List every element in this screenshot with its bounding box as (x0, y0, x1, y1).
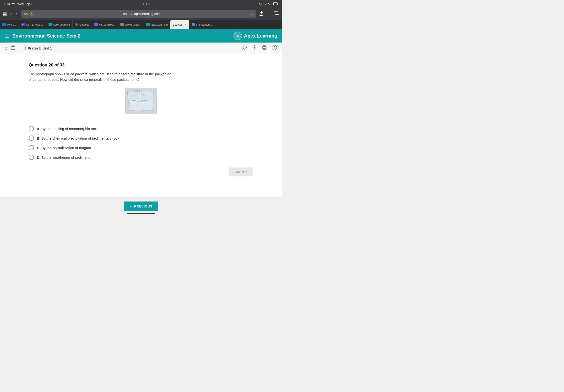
toolbar-nav: ↑ Pretest: Unit 1 (24, 46, 52, 50)
hamburger-menu[interactable]: ☰ (5, 33, 9, 39)
tab-label: Apex Learning (53, 23, 70, 26)
svg-text:SILICA: SILICA (142, 94, 147, 96)
dot-1 (143, 3, 144, 4)
radio-d[interactable] (29, 155, 34, 160)
dot-2 (146, 3, 147, 4)
svg-rect-16 (129, 102, 141, 111)
svg-text:GEL: GEL (141, 97, 144, 98)
svg-point-9 (254, 45, 255, 46)
lock-icon: 🔒 (30, 12, 33, 15)
status-dots (143, 3, 150, 4)
add-tab-icon[interactable]: + (267, 11, 271, 17)
option-c[interactable]: C. By the crystallization of magma (29, 145, 253, 150)
tab-label: You've alrea... (99, 23, 115, 26)
forward-button[interactable]: › (15, 11, 18, 17)
nav-up-arrow: ↑ (24, 46, 26, 50)
previous-button[interactable]: ← PREVIOUS (124, 201, 158, 211)
svg-rect-2 (277, 3, 278, 4)
browser-tabs: My Fa... BI Gen Z: Major... Apex Learnin… (0, 20, 282, 29)
answer-options: A. By the melting of metamorphic rock B.… (29, 126, 253, 160)
sidebar-toggle-button[interactable]: ▦ (3, 11, 7, 16)
option-b-label: B. By the chemical precipitation of sedi… (37, 136, 119, 140)
question-image: DO NOT EAT SILICA GEL (29, 88, 253, 114)
submit-row: SUBMIT (29, 168, 253, 176)
app-header: ☰ Environmental Science Sem 2 A Apex Lea… (0, 29, 282, 42)
text-size-control[interactable]: AA (24, 12, 28, 16)
svg-rect-1 (273, 3, 274, 5)
home-icon[interactable]: ⌂ (5, 45, 8, 51)
tab-ingov[interactable]: www.in.gov/... (118, 20, 144, 29)
question-text: The photograph shows silica packets, whi… (29, 71, 172, 82)
radio-b[interactable] (29, 136, 34, 141)
tab-favicon (94, 23, 98, 26)
tabs-icon[interactable] (274, 11, 279, 17)
question-number: Question 26 of 33 (29, 63, 253, 68)
svg-text:文A: 文A (241, 45, 247, 50)
svg-rect-3 (274, 12, 278, 15)
tab-myfa[interactable]: My Fa... (0, 20, 19, 29)
url-text[interactable]: course.apexlearning.com (35, 12, 248, 16)
silica-packets-image: DO NOT EAT SILICA GEL (125, 88, 157, 114)
refresh-button[interactable]: ↻ (250, 12, 254, 16)
svg-text:EAT: EAT (130, 97, 133, 99)
svg-rect-17 (140, 101, 153, 111)
share-icon[interactable] (259, 11, 264, 17)
app-header-left: ☰ Environmental Science Sem 2 (5, 33, 81, 39)
tab-favicon: BI (22, 23, 25, 26)
status-bar: 1:13 PM Wed Sep 18 28% (0, 0, 282, 8)
submit-button[interactable]: SUBMIT (229, 168, 253, 176)
radio-a[interactable] (29, 126, 34, 131)
tab-favicon (121, 23, 124, 26)
option-b[interactable]: B. By the chemical precipitation of sedi… (29, 136, 253, 141)
home-indicator (127, 213, 155, 214)
radio-c[interactable] (29, 145, 34, 150)
tab-close-icon[interactable]: ✕ (185, 23, 187, 26)
tab-youve[interactable]: You've alrea... (92, 20, 118, 29)
translate-icon[interactable]: 文A (241, 45, 247, 52)
bottom-bar: ← PREVIOUS (0, 197, 282, 215)
option-c-label: C. By the crystallization of magma (37, 146, 91, 150)
svg-text:DO NOT: DO NOT (130, 95, 137, 97)
tab-label: My Fa... (7, 23, 16, 26)
tab-courses2[interactable]: Courses ✕ (170, 20, 189, 29)
pretest-label: Pretest: (28, 46, 41, 50)
browser-chrome: ▦ ‹ › AA 🔒 course.apexlearning.com ↻ + (0, 8, 282, 20)
url-bar[interactable]: AA 🔒 course.apexlearning.com ↻ (21, 10, 256, 18)
toolbar-left: ⌂ (5, 45, 16, 51)
svg-rect-4 (275, 11, 279, 14)
option-d[interactable]: D. By the weathering of sediment (29, 155, 253, 160)
silica-image-svg: DO NOT EAT SILICA GEL (126, 88, 157, 114)
option-a[interactable]: A. By the melting of metamorphic rock (29, 126, 253, 131)
time-display: 1:13 PM (4, 2, 15, 6)
tab-filo[interactable]: Filo Student:... (189, 20, 216, 29)
apex-logo-text: Apex Learning (244, 33, 277, 39)
battery-icon (273, 2, 278, 5)
svg-text:A: A (237, 34, 239, 38)
toolbar: ⌂ ↑ Pretest: Unit 1 文A ? (0, 42, 282, 54)
accessibility-icon[interactable] (251, 45, 257, 52)
option-d-label: D. By the weathering of sediment (37, 155, 90, 159)
browser-actions: + (259, 11, 279, 17)
portfolio-icon[interactable] (11, 45, 16, 51)
status-right: 28% (259, 2, 278, 6)
tab-label: Apex Learning (151, 23, 168, 26)
battery-level: 28% (265, 2, 271, 6)
tab-favicon (49, 23, 52, 26)
svg-rect-7 (11, 47, 15, 49)
help-icon[interactable]: ? (272, 45, 277, 52)
divider (29, 120, 253, 120)
svg-text:?: ? (273, 46, 275, 49)
tab-favicon: A (75, 23, 78, 26)
tab-apex1[interactable]: Apex Learning (46, 20, 73, 29)
tab-genz[interactable]: BI Gen Z: Major... (19, 20, 46, 29)
pretest-value: Unit 1 (42, 46, 52, 50)
tab-favicon (2, 23, 6, 26)
toolbar-right: 文A ? (241, 45, 277, 52)
tab-courses1[interactable]: A Courses (73, 20, 92, 29)
tab-apex2[interactable]: Apex Learning (144, 20, 170, 29)
main-content: Question 26 of 33 The photograph shows s… (0, 54, 282, 197)
back-button[interactable]: ‹ (9, 11, 13, 17)
print-icon[interactable] (261, 45, 267, 52)
option-a-label: A. By the melting of metamorphic rock (37, 127, 97, 131)
tab-label: Courses (80, 23, 89, 26)
